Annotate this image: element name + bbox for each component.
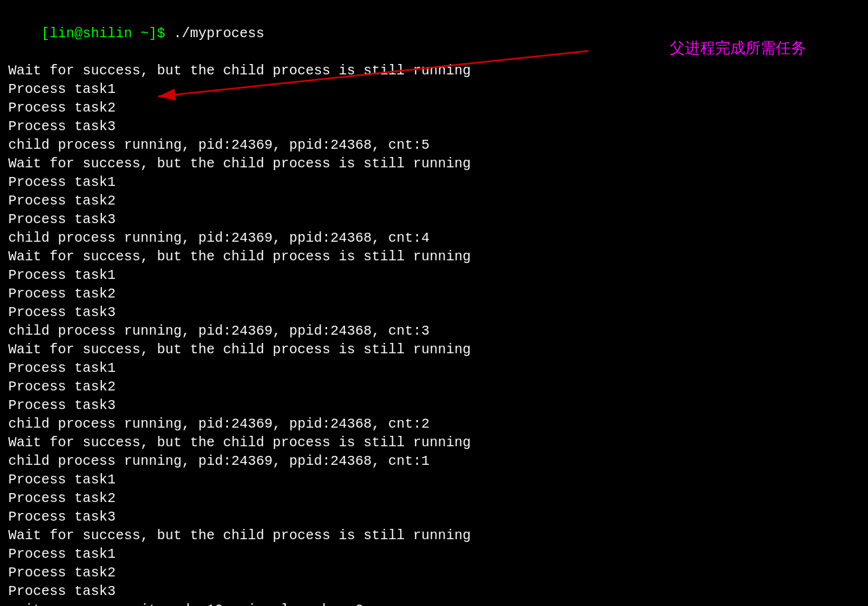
output-line: child process running, pid:24369, ppid:2… xyxy=(8,322,860,340)
output-line: Process task1 xyxy=(8,545,860,563)
output-line: Wait for success, but the child process … xyxy=(8,61,860,80)
output-line: Process task2 xyxy=(8,98,860,117)
output-line: Wait for success, but the child process … xyxy=(8,340,860,359)
output-line: Wait for success, but the child process … xyxy=(8,154,860,173)
command-text: ./myprocess xyxy=(165,25,264,41)
output-line: Process task3 xyxy=(8,508,860,526)
output-line: Process task3 xyxy=(8,303,860,322)
output-line: child process running, pid:24369, ppid:2… xyxy=(8,452,860,470)
annotation-text: 父进程完成所需任务 xyxy=(670,39,806,56)
output-line: Process task1 xyxy=(8,470,860,489)
output-line: Process task3 xyxy=(8,210,860,229)
output-line: Process task3 xyxy=(8,396,860,415)
output-line: child process running, pid:24369, ppid:2… xyxy=(8,136,860,154)
output-line: Wait for success, but the child process … xyxy=(8,433,860,452)
output-line: Wait for success, but the child process … xyxy=(8,526,860,545)
output-line: Process task3 xyxy=(8,117,860,136)
output-line: Process task2 xyxy=(8,284,860,303)
output-line: Process task2 xyxy=(8,191,860,210)
annotation-label: 父进程完成所需任务 xyxy=(670,38,806,59)
output-line: Process task2 xyxy=(8,563,860,582)
output-line: wait success, exit code:10, signal numbe… xyxy=(8,600,860,606)
output-line: Process task1 xyxy=(8,266,860,284)
prompt-text: [lin@shilin ~]$ xyxy=(41,25,165,41)
output-line: Process task1 xyxy=(8,80,860,98)
output-line: Process task3 xyxy=(8,582,860,600)
output-line: child process running, pid:24369, ppid:2… xyxy=(8,415,860,433)
output-line: child process running, pid:24369, ppid:2… xyxy=(8,229,860,247)
output-line: Process task1 xyxy=(8,359,860,377)
output-line: Process task1 xyxy=(8,173,860,191)
output-line: Process task2 xyxy=(8,377,860,396)
output-line: Wait for success, but the child process … xyxy=(8,247,860,266)
output-line: Process task2 xyxy=(8,489,860,508)
terminal-window: [lin@shilin ~]$ ./myprocess Wait for suc… xyxy=(0,0,868,606)
